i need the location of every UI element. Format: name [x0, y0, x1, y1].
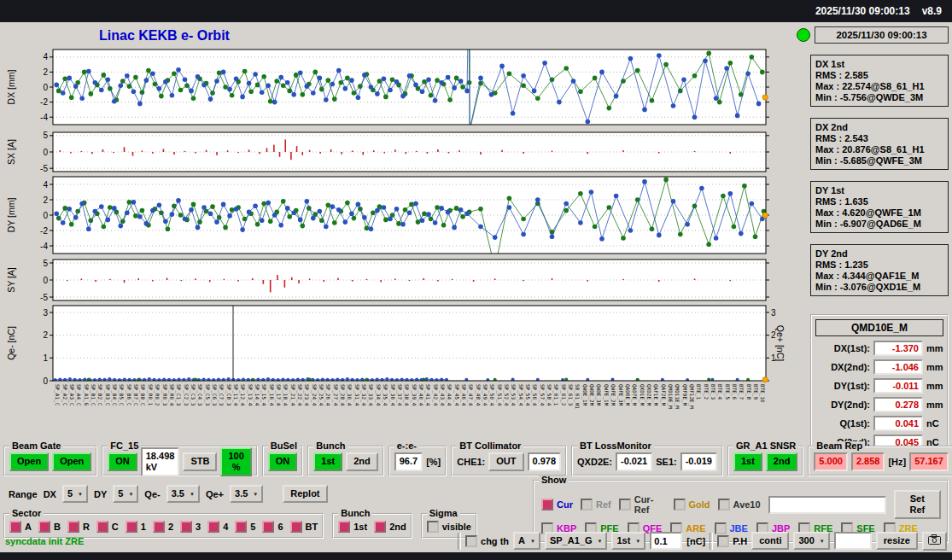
monitor-row-unit: mm: [926, 400, 943, 410]
camera-icon: [928, 534, 941, 547]
x-axis-label: SP_58_4: [545, 384, 552, 432]
svg-text:Qe- [nC]: Qe- [nC]: [6, 326, 16, 360]
range-dx-select[interactable]: 5 ▼: [62, 485, 88, 503]
x-axis-label: SP_B5_C: [117, 384, 124, 432]
x-axis-label: SP_61_2: [558, 384, 565, 432]
chg-th-checkbox[interactable]: [465, 535, 477, 547]
checkbox-label-ref: Ref: [596, 499, 611, 510]
range-qe-minus-value: 3.5: [172, 488, 184, 499]
stat-max: Max : 4.620@QWFE_1M: [815, 207, 943, 218]
x-axis-label: QMD11E_M: [673, 384, 680, 432]
x-axis-label: SP_C5_3: [202, 384, 209, 432]
x-axis-label: SP_27_4: [330, 384, 337, 432]
threshold-input[interactable]: [650, 532, 682, 550]
group-title: Bunch: [313, 441, 348, 451]
x-axis-label: QWFE_3M: [616, 384, 622, 432]
x-axis-label: QAF2E_M: [658, 384, 665, 432]
fc15-stb-button[interactable]: STB: [183, 452, 217, 470]
range-label: Range: [9, 489, 38, 499]
ph-checkbox[interactable]: [717, 535, 729, 547]
chg-th-checkbox-item[interactable]: chg th: [465, 535, 509, 547]
monitor-row-label: DX(1st):: [815, 343, 870, 353]
svg-text:DX [mm]: DX [mm]: [6, 70, 16, 105]
checkbox-ave10[interactable]: [718, 499, 730, 510]
replot-button[interactable]: Replot: [283, 485, 327, 503]
right-panel: 2025/11/30 09:00:13 DX 1st RMS : 2.585 M…: [797, 26, 949, 458]
svg-text:3: 3: [43, 308, 48, 318]
monitor-row-value: -1.046: [873, 359, 923, 375]
status-message: syncdata init ZRE: [5, 536, 84, 546]
range-dy-select[interactable]: 5 ▼: [113, 485, 138, 503]
checkbox-item-ref[interactable]: Ref: [581, 494, 611, 515]
monitor-row-label: DY(2nd):: [815, 400, 870, 410]
nc-unit-label: [nC]: [686, 536, 705, 546]
stat-dx-2nd: DX 2nd RMS : 2.543 Max : 20.876@S8_61_H1…: [810, 118, 949, 170]
monitor-row-value: -0.011: [873, 378, 923, 394]
snsr-1st-button[interactable]: 1st: [733, 452, 762, 470]
fc15-percent-button[interactable]: 100 %: [220, 447, 251, 476]
che1-out-button[interactable]: OUT: [488, 452, 523, 470]
x-axis-label: SP_C7_3: [217, 384, 224, 432]
checkbox-ref[interactable]: [581, 499, 593, 510]
stat-rms: RMS : 2.543: [815, 133, 943, 143]
conti-button[interactable]: conti: [751, 532, 789, 550]
bunch-1st-button[interactable]: 1st: [313, 452, 342, 470]
svg-text:Qe+ [nC]: Qe+ [nC]: [775, 325, 786, 361]
ref-entry[interactable]: [768, 496, 886, 514]
resize-button[interactable]: resize: [876, 532, 918, 550]
checkbox-cur-ref[interactable]: [619, 499, 631, 510]
status-led: [797, 28, 810, 42]
group-title: e-:e-: [394, 441, 419, 451]
x-axis-label: SP_53_4: [509, 384, 516, 432]
snsr-2nd-button[interactable]: 2nd: [766, 452, 798, 470]
checkbox-item-ave10[interactable]: Ave10: [718, 494, 761, 515]
x-axis-label: SP_26_4: [324, 384, 330, 432]
range-qe-minus-select[interactable]: 3.5 ▼: [166, 485, 200, 503]
x-axis-label: QXD2E_M: [645, 384, 651, 432]
che1-label: CHE1:: [457, 457, 485, 467]
beam-rep-value-3: 57.167: [909, 452, 949, 470]
monitor-row: DY(2nd): 0.278 mm: [815, 397, 943, 412]
checkbox-gold[interactable]: [674, 499, 686, 510]
interval-select[interactable]: 300 ▼: [793, 532, 829, 550]
stat-dy-2nd: DY 2nd RMS : 1.235 Max : 4.344@QAF1E_M M…: [810, 244, 949, 296]
x-axis-label: QAD6E_M: [623, 384, 630, 432]
monitor-row-label: Q(1st):: [815, 418, 870, 429]
x-axis-label: SP_B6_C: [124, 384, 131, 432]
svg-text:3: 3: [771, 308, 776, 318]
group-title: FC_15: [108, 441, 141, 451]
x-axis-label: QWDE_1M: [580, 384, 587, 432]
bunch-threshold-select[interactable]: 1st ▼: [611, 532, 645, 550]
sector-select[interactable]: A ▼: [513, 532, 540, 550]
svg-text:0: 0: [43, 211, 48, 220]
checkbox-item-cur[interactable]: Cur: [541, 494, 573, 515]
plot-sy: 50-5SY [A]: [6, 259, 769, 302]
se1-value-field: -0.019: [680, 452, 717, 470]
monitor-row-value: -1.370: [873, 341, 923, 356]
x-axis-label: SP_B8_C: [138, 384, 145, 432]
set-ref-button[interactable]: Set Ref: [894, 490, 941, 519]
x-axis-label: SP_R0_1: [145, 384, 152, 432]
beam-gate-open-1-button[interactable]: Open: [9, 452, 49, 470]
control-panels: Beam Gate Open Open FC_15 ON 18.498 kV S…: [0, 439, 952, 543]
beam-gate-open-2-button[interactable]: Open: [52, 452, 91, 470]
bunch-2nd-button[interactable]: 2nd: [346, 452, 378, 470]
range-qe-plus-select[interactable]: 3.5 ▼: [230, 485, 263, 503]
stat-title: DY 2nd: [815, 248, 943, 259]
x-axis-label: SP_49_4: [481, 384, 488, 432]
monitor-select[interactable]: SP_A1_G ▼: [545, 532, 607, 550]
busel-on-button[interactable]: ON: [268, 452, 298, 470]
svg-text:5: 5: [43, 131, 48, 140]
x-axis-label: SP_A3_C: [67, 384, 74, 432]
ph-checkbox-item[interactable]: P.H: [717, 535, 747, 547]
aux-input[interactable]: [834, 532, 872, 550]
chevron-down-icon: ▼: [635, 539, 640, 544]
screenshot-button[interactable]: [922, 532, 947, 551]
separator: [710, 533, 713, 550]
group-title: GR_A1 SNSR: [733, 441, 798, 451]
checkbox-cur[interactable]: [541, 499, 553, 510]
checkbox-item-cur-ref[interactable]: Cur-Ref: [619, 494, 666, 515]
chevron-down-icon: ▼: [190, 492, 195, 497]
fc15-on-button[interactable]: ON: [108, 452, 137, 470]
checkbox-item-gold[interactable]: Gold: [674, 494, 710, 515]
